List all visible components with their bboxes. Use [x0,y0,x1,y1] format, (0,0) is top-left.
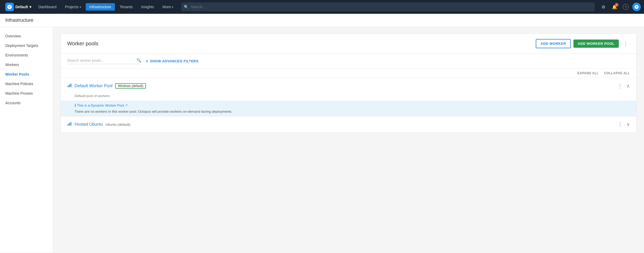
pool-ubuntu-more-button[interactable]: ⋮ [616,120,624,129]
nav-projects[interactable]: Projects ▾ [61,3,85,11]
nav-dashboard[interactable]: Dashboard [34,3,60,11]
panel-title: Worker pools [67,41,98,47]
sidebar-item-worker-pools[interactable]: Worker Pools [0,69,53,79]
projects-chevron: ▾ [80,6,81,8]
external-link-icon: ↗ [125,103,128,107]
brand-chevron: ▾ [29,5,31,9]
sidebar-item-environments[interactable]: Environments [0,50,53,60]
svg-rect-5 [68,124,68,126]
pool-default-more-button[interactable]: ⋮ [616,82,624,90]
svg-rect-7 [71,122,71,126]
panel-header: Worker pools ADD WORKER ADD WORKER POOL … [61,34,636,54]
filter-icon: ≡ [146,59,148,64]
page-header: Infrastructure [0,14,644,27]
navbar: Default ▾ Dashboard Projects ▾ Infrastru… [0,0,644,14]
add-worker-button[interactable]: ADD WORKER [536,39,571,48]
pool-default-actions: ⋮ ∧ [616,82,630,90]
expand-all-button[interactable]: EXPAND ALL [577,71,599,75]
brand-name: Default [15,5,28,9]
svg-rect-3 [69,84,70,87]
pool-ubuntu-expand-button[interactable]: ∨ [626,121,630,127]
pool-default-name[interactable]: Default Worker Pool [75,84,113,88]
show-advanced-filters-button[interactable]: ≡ SHOW ADVANCED FILTERS [146,59,198,64]
sidebar-item-overview[interactable]: Overview [0,31,53,41]
pool-dynamic-info: ℹ This is a Dynamic Worker Pool ↗ There … [61,101,636,116]
help-icon: ? [623,4,629,10]
gear-icon: ⚙ [602,5,605,10]
sidebar: Overview Deployment Targets Environments… [0,27,53,252]
pool-ubuntu-more-icon: ⋮ [617,121,623,127]
brand-logo[interactable]: Default ▾ [3,3,33,11]
more-dots-icon: ⋮ [623,41,628,47]
pool-default-icon [67,83,72,89]
search-icon: 🔍 [184,5,188,9]
svg-rect-4 [71,84,71,87]
panel-more-button[interactable]: ⋮ [621,40,630,48]
nav-infrastructure[interactable]: Infrastructure [86,3,115,11]
main-content: Worker pools ADD WORKER ADD WORKER POOL … [53,27,644,252]
notification-badge: 1 [615,3,619,7]
info-icon: ℹ [75,103,76,107]
search-input[interactable] [191,5,592,9]
add-worker-pool-button[interactable]: ADD WORKER POOL [573,40,619,48]
nav-tenants[interactable]: Tenants [116,3,136,11]
nav-actions: ⚙ 🔔 1 ? [599,2,641,11]
nav-search-box[interactable]: 🔍 [181,2,595,11]
pool-default-header: Default Worker Pool Windows (default) ⋮ … [61,78,636,94]
pool-default-more-icon: ⋮ [617,83,623,89]
pool-item-ubuntu: Hosted Ubuntu Ubuntu (default) ⋮ ∨ [61,116,636,132]
filter-row: 🔍 ≡ SHOW ADVANCED FILTERS [61,54,636,69]
dynamic-description-text: There are no workers in this worker pool… [75,110,232,114]
content-area: Overview Deployment Targets Environments… [0,27,644,252]
pool-ubuntu-name[interactable]: Hosted Ubuntu [75,122,103,127]
svg-rect-6 [69,123,70,126]
worker-pools-panel: Worker pools ADD WORKER ADD WORKER POOL … [60,33,637,133]
pool-default-badge: Windows (default) [115,83,146,89]
worker-pool-search-box[interactable]: 🔍 [67,58,141,64]
dynamic-link-text: This is a Dynamic Worker Pool [77,103,124,107]
pool-item-default: Default Worker Pool Windows (default) ⋮ … [61,78,636,116]
expand-collapse-row: EXPAND ALL COLLAPSE ALL [61,69,636,78]
notifications-button[interactable]: 🔔 1 [610,2,619,11]
collapse-all-button[interactable]: COLLAPSE ALL [604,71,630,75]
search-icon: 🔍 [136,58,141,63]
svg-rect-2 [68,85,68,87]
sidebar-item-workers[interactable]: Workers [0,60,53,69]
pool-default-description: Default pool of workers [61,94,636,101]
help-button[interactable]: ? [621,2,630,11]
pool-default-collapse-button[interactable]: ∧ [626,83,630,89]
sidebar-item-machine-policies[interactable]: Machine Policies [0,79,53,89]
sidebar-item-deployment-targets[interactable]: Deployment Targets [0,41,53,50]
more-chevron: ▾ [172,6,173,8]
user-avatar[interactable] [632,3,641,11]
sidebar-item-machine-proxies[interactable]: Machine Proxies [0,89,53,98]
sidebar-item-accounts[interactable]: Accounts [0,98,53,108]
page: Infrastructure Overview Deployment Targe… [0,14,644,252]
brand-icon [5,3,14,11]
settings-button[interactable]: ⚙ [599,2,608,11]
filter-label: SHOW ADVANCED FILTERS [150,59,199,63]
nav-more[interactable]: More ▾ [159,3,177,11]
worker-pool-search-input[interactable] [67,58,135,63]
dynamic-worker-pool-link[interactable]: ℹ This is a Dynamic Worker Pool ↗ [75,103,128,107]
pool-ubuntu-header: Hosted Ubuntu Ubuntu (default) ⋮ ∨ [61,116,636,132]
nav-insights[interactable]: Insights [137,3,158,11]
pool-ubuntu-actions: ⋮ ∨ [616,120,630,129]
pool-ubuntu-icon [67,121,72,128]
pool-ubuntu-badge: Ubuntu (default) [106,123,130,127]
page-title: Infrastructure [5,18,639,23]
panel-actions: ADD WORKER ADD WORKER POOL ⋮ [536,39,630,48]
